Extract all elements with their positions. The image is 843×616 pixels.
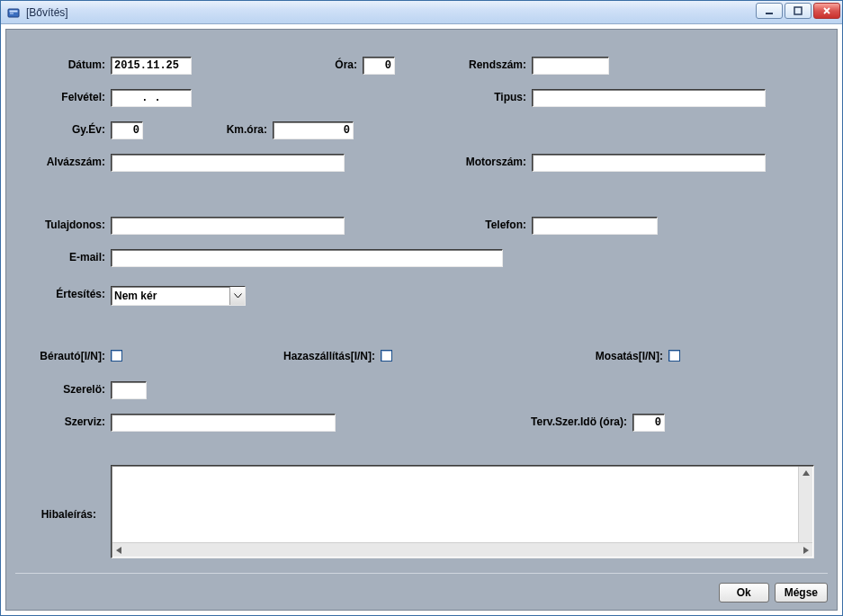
svg-rect-2	[766, 13, 773, 14]
ok-button[interactable]: Ok	[719, 583, 769, 603]
input-tervszerido[interactable]: 0	[632, 414, 665, 432]
app-icon	[6, 5, 21, 20]
footer-separator	[15, 573, 828, 574]
select-ertesites[interactable]: Nem kér	[111, 286, 246, 306]
footer-buttons: Ok Mégse	[719, 583, 828, 603]
label-mosatas: Mosatás[I/N]:	[573, 350, 663, 362]
checkbox-hazaszallitas[interactable]	[381, 350, 392, 362]
label-hibaleiras: Hibaleírás:	[15, 508, 96, 521]
label-hazaszallitas: Hazaszállítás[I/N]:	[249, 350, 375, 362]
label-datum: Dátum:	[15, 58, 105, 71]
label-berato: Bérautó[I/N]:	[15, 350, 105, 362]
input-felvetel[interactable]: . .	[111, 89, 192, 107]
input-rendszam[interactable]	[532, 57, 609, 75]
titlebar: [Bővítés]	[1, 1, 842, 24]
label-tulajdonos: Tulajdonos:	[15, 219, 105, 231]
maximize-button[interactable]	[785, 3, 812, 19]
input-ora[interactable]: 0	[363, 57, 395, 75]
input-alvazszam[interactable]	[111, 154, 345, 172]
input-szerviz[interactable]	[111, 414, 336, 432]
checkbox-berato[interactable]	[111, 350, 122, 362]
label-motorszam: Motorszám:	[447, 156, 526, 168]
scrollbar-horizontal[interactable]	[112, 542, 812, 557]
label-gyev: Gy.Év:	[15, 123, 105, 136]
label-telefon: Telefon:	[447, 219, 526, 231]
label-alvazszam: Alvázszám:	[15, 156, 105, 168]
input-kmora[interactable]: 0	[273, 121, 354, 139]
textarea-hibaleiras[interactable]	[111, 465, 814, 558]
window-title: [Bővítés]	[26, 6, 68, 19]
input-datum[interactable]: 2015.11.25	[111, 57, 192, 75]
select-ertesites-value: Nem kér	[112, 288, 229, 304]
svg-rect-3	[794, 7, 802, 14]
label-tipus: Tipus:	[447, 91, 526, 103]
label-ora: Óra:	[303, 58, 357, 71]
input-tulajdonos[interactable]	[111, 217, 345, 235]
label-rendszam: Rendszám:	[447, 58, 526, 71]
close-button[interactable]	[813, 3, 840, 19]
checkbox-mosatas[interactable]	[668, 350, 680, 362]
input-telefon[interactable]	[532, 217, 658, 235]
textarea-hibaleiras-body[interactable]	[113, 468, 797, 541]
input-gyev[interactable]: 0	[111, 121, 143, 139]
cancel-button[interactable]: Mégse	[775, 583, 828, 603]
label-felvetel: Felvétel:	[15, 91, 105, 103]
input-email[interactable]	[111, 249, 503, 267]
window-frame: [Bővítés] Dátum: 2015.11.25 Óra: 0 Rends…	[0, 0, 843, 616]
input-szerelo[interactable]	[111, 381, 147, 399]
label-ertesites: Értesítés:	[15, 288, 105, 300]
label-szerviz: Szerviz:	[15, 415, 105, 428]
label-email: E-mail:	[15, 251, 105, 263]
label-tervszerido: Terv.Szer.Idö (óra):	[483, 415, 627, 428]
minimize-button[interactable]	[756, 3, 783, 19]
form-area: Dátum: 2015.11.25 Óra: 0 Rendszám: Felvé…	[15, 39, 828, 567]
client-area: Dátum: 2015.11.25 Óra: 0 Rendszám: Felvé…	[5, 29, 838, 611]
chevron-down-icon	[229, 287, 245, 305]
svg-rect-1	[10, 10, 18, 12]
scrollbar-vertical[interactable]	[798, 467, 812, 542]
label-kmora: Km.óra:	[204, 123, 267, 136]
input-tipus[interactable]	[532, 89, 766, 107]
input-motorszam[interactable]	[532, 154, 766, 172]
window-controls	[756, 3, 840, 19]
label-szerelo: Szerelö:	[15, 383, 105, 396]
